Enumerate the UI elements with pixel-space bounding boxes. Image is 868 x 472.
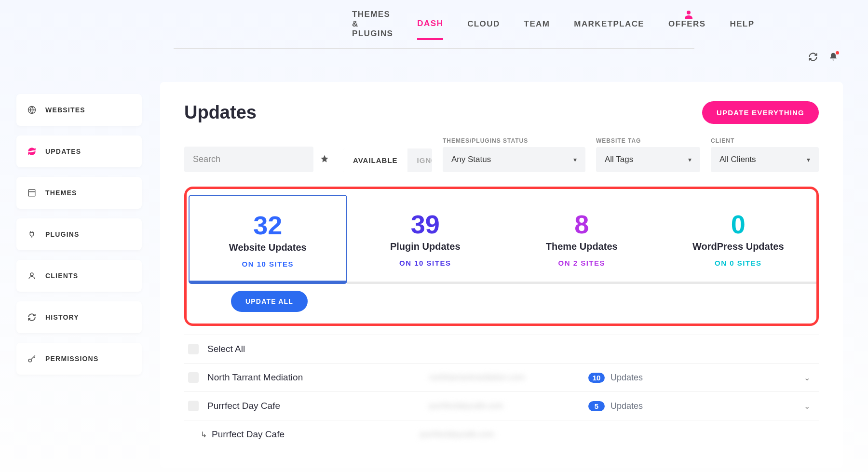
checkbox-select-all[interactable] [188,344,199,354]
star-icon[interactable] [316,152,333,167]
toggle-available[interactable]: AVAILABLE [343,148,407,172]
site-row[interactable]: Purrfect Day Cafe purrfectdaycafe.com 5 … [184,392,819,420]
sidebar-label: THEMES [45,189,77,197]
stats-highlight-box: 32 Website Updates ON 10 SITES 39 Plugin… [184,187,819,326]
svg-point-3 [30,273,33,276]
stat-title: Website Updates [194,242,341,253]
site-url: northtarrantmediation.com [429,373,588,382]
search-group [184,147,333,172]
nav-dash[interactable]: DASH [417,19,443,40]
svg-point-0 [687,11,691,14]
tag-value: All Tags [605,155,633,164]
key-icon [27,354,37,363]
stat-title: Plugin Updates [352,241,499,252]
status-value: Any Status [451,155,491,164]
refresh-icon [27,147,37,156]
availability-toggle: AVAILABLE IGNORED [343,148,432,172]
stat-count: 39 [352,209,499,239]
status-filter-label: THEMES/PLUGINS STATUS [443,137,585,144]
nav-marketplace[interactable]: MARKETPLACE [574,19,644,39]
chevron-down-icon: ▾ [807,156,810,163]
filter-row: AVAILABLE IGNORED THEMES/PLUGINS STATUS … [184,137,819,172]
stat-count: 32 [194,210,341,240]
updates-label: Updates [610,373,643,383]
stat-card-theme[interactable]: 8 Theme Updates ON 2 SITES [503,195,660,284]
sidebar-label: PERMISSIONS [45,355,98,363]
site-name: Purrfect Day Cafe [207,401,429,411]
sidebar-label: UPDATES [45,148,81,155]
expand-row-icon[interactable]: ⌄ [799,402,815,411]
plug-icon [27,230,37,239]
sub-site-url: purrfectdaycafe.com [420,430,579,439]
globe-icon [27,106,37,114]
site-row[interactable]: North Tarrant Mediation northtarrantmedi… [184,364,819,392]
updates-count-badge: 10 [588,373,605,383]
client-filter-label: CLIENT [711,137,819,144]
sidebar-item-updates[interactable]: UPDATES [16,135,142,167]
tag-select[interactable]: All Tags ▾ [596,147,700,172]
sidebar: WEBSITES UPDATES THEMES PLUGINS CLIENTS … [16,94,142,384]
stat-sub: ON 2 SITES [508,259,655,267]
sidebar-label: WEBSITES [45,106,85,114]
nav-help[interactable]: HELP [730,19,754,39]
update-all-button[interactable]: UPDATE ALL [231,291,308,312]
site-url: purrfectdaycafe.com [429,401,588,411]
nav-themes-plugins[interactable]: THEMES & PLUGINS [352,10,393,48]
sidebar-item-permissions[interactable]: PERMISSIONS [16,343,142,375]
stat-card-plugin[interactable]: 39 Plugin Updates ON 10 SITES [347,195,504,284]
sidebar-label: PLUGINS [45,230,80,238]
status-select[interactable]: Any Status ▾ [443,147,585,172]
client-select[interactable]: All Clients ▾ [711,147,819,172]
updates-label: Updates [610,401,643,411]
stat-sub: ON 0 SITES [665,259,812,267]
site-sub-row: ↳ Purrfect Day Cafe purrfectdaycafe.com [184,420,819,448]
checkbox[interactable] [188,372,199,383]
sidebar-item-history[interactable]: HISTORY [16,301,142,333]
nav-cloud[interactable]: CLOUD [467,19,500,39]
sidebar-item-websites[interactable]: WEBSITES [16,94,142,126]
toggle-ignored[interactable]: IGNORED [407,148,432,172]
update-everything-button[interactable]: UPDATE EVERYTHING [702,101,819,124]
main-panel: Updates UPDATE EVERYTHING AVAILABLE IGNO… [160,82,843,468]
checkbox[interactable] [188,401,199,411]
stat-title: Theme Updates [508,241,655,252]
history-icon [27,313,37,322]
user-account-icon[interactable] [683,9,694,22]
sidebar-label: HISTORY [45,313,79,321]
chevron-down-icon: ▾ [573,156,577,163]
nav-offers[interactable]: OFFERS [668,19,705,39]
sub-site-name: Purrfect Day Cafe [212,429,420,440]
stat-sub: ON 10 SITES [352,259,499,267]
top-right-tools [808,52,838,64]
sidebar-label: CLIENTS [45,272,78,280]
search-input[interactable] [184,147,313,172]
sidebar-item-themes[interactable]: THEMES [16,177,142,209]
site-name: North Tarrant Mediation [207,372,429,383]
stat-title: WordPress Updates [665,241,812,252]
layout-icon [27,189,37,197]
notification-dot [836,51,839,54]
sub-arrow-icon: ↳ [201,430,207,439]
sidebar-item-plugins[interactable]: PLUGINS [16,218,142,250]
stat-card-website[interactable]: 32 Website Updates ON 10 SITES [189,195,347,284]
select-all-row: Select All [184,335,819,364]
stat-count: 8 [508,209,655,239]
client-value: All Clients [719,155,756,164]
nav-team[interactable]: TEAM [524,19,550,39]
refresh-icon[interactable] [808,52,818,64]
tag-filter-label: WEBSITE TAG [596,137,700,144]
expand-row-icon[interactable]: ⌄ [799,373,815,382]
stats-row: 32 Website Updates ON 10 SITES 39 Plugin… [187,195,816,284]
bell-icon[interactable] [828,52,838,64]
stat-sub: ON 10 SITES [194,260,341,268]
top-nav: THEMES & PLUGINS DASH CLOUD TEAM MARKETP… [174,0,694,49]
svg-rect-2 [28,189,35,196]
sidebar-item-clients[interactable]: CLIENTS [16,260,142,292]
page-title: Updates [184,102,257,123]
svg-point-4 [28,359,31,362]
stat-count: 0 [665,209,812,239]
stat-card-wordpress[interactable]: 0 WordPress Updates ON 0 SITES [660,195,817,284]
updates-count-badge: 5 [588,401,605,411]
chevron-down-icon: ▾ [688,156,692,163]
select-all-label: Select All [207,344,429,354]
